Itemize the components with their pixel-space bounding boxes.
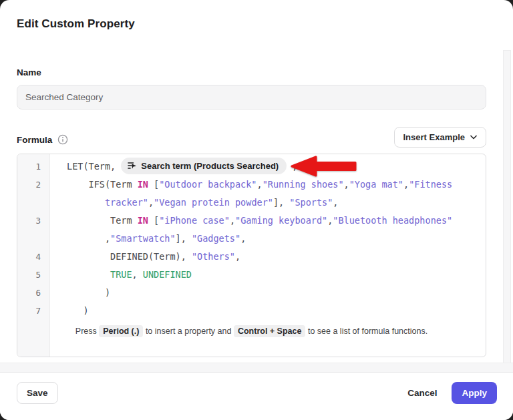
code-line-row: 6 ): [17, 284, 486, 302]
line-number: 4: [17, 248, 49, 266]
code-line-text: ): [49, 302, 89, 320]
code-line-row: tracker","Vegan protein powder"], "Sport…: [17, 194, 486, 212]
dialog-footer: Save Cancel Apply: [0, 373, 513, 420]
formula-label: Formula: [17, 135, 52, 145]
hint-suffix: to see a list of formula functions.: [305, 327, 428, 336]
name-label: Name: [17, 67, 41, 77]
code-line-row: ,"Smartwatch"], "Gadgets",: [17, 230, 486, 248]
code-line-row: 4 DEFINED(Term), "Others",: [17, 248, 486, 266]
hint-between: to insert a property and: [143, 327, 234, 336]
code-line-text: IFS(Term IN ["Outdoor backpack","Running…: [49, 176, 452, 194]
vertical-scrollbar[interactable]: [503, 50, 511, 372]
line-number: 7: [17, 302, 49, 320]
name-input[interactable]: [17, 85, 486, 110]
formula-label-row: Formula: [17, 134, 68, 145]
line-number: 1: [17, 158, 49, 176]
line-number: [17, 194, 49, 212]
code-line-text: LET(Term, Search term (Products Searched…: [49, 158, 297, 176]
code-line-text: DEFINED(Term), "Others",: [49, 248, 240, 266]
code-line-row: 5 TRUE, UNDEFINED: [17, 266, 486, 284]
line-number: 6: [17, 284, 49, 302]
edit-custom-property-dialog: Edit Custom Property Name Formula Insert…: [0, 0, 513, 420]
save-button[interactable]: Save: [17, 382, 58, 404]
dialog-title: Edit Custom Property: [17, 17, 135, 31]
kbd-control-space: Control + Space: [234, 325, 306, 337]
insert-example-button[interactable]: Insert Example: [394, 127, 487, 148]
code-line-row: 3 Term IN ["iPhone case","Gaming keyboar…: [17, 212, 486, 230]
footer-right-group: Cancel Apply: [407, 382, 497, 404]
insert-example-label: Insert Example: [403, 132, 466, 142]
horizontal-scrollbar[interactable]: [0, 363, 513, 373]
code-line-text: ): [49, 284, 110, 302]
line-number: 3: [17, 212, 49, 230]
code-line-text: Term IN ["iPhone case","Gaming keyboard"…: [49, 212, 452, 230]
line-number: [17, 230, 49, 248]
chevron-down-icon: [470, 135, 477, 140]
cancel-button[interactable]: Cancel: [407, 388, 437, 398]
hint-prefix: Press: [75, 327, 99, 336]
line-number: 2: [17, 176, 49, 194]
code-line-row: 2 IFS(Term IN ["Outdoor backpack","Runni…: [17, 176, 486, 194]
apply-button[interactable]: Apply: [452, 382, 497, 404]
formula-hint: Press Period (.) to insert a property an…: [17, 327, 486, 336]
code-line-text: tracker","Vegan protein powder"], "Sport…: [49, 194, 338, 212]
formula-editor-lines: 1LET(Term, Search term (Products Searche…: [17, 154, 486, 320]
info-icon[interactable]: [57, 134, 68, 145]
code-line-text: TRUE, UNDEFINED: [49, 266, 192, 284]
kbd-period: Period (.): [99, 325, 143, 337]
code-line-text: ,"Smartwatch"], "Gadgets",: [49, 230, 246, 248]
code-line-row: 7 ): [17, 302, 486, 320]
line-number: 5: [17, 266, 49, 284]
property-chip-label: Search term (Products Searched): [141, 157, 279, 175]
property-chip[interactable]: Search term (Products Searched): [121, 158, 287, 174]
code-line-row: 1LET(Term, Search term (Products Searche…: [17, 158, 486, 176]
event-icon: [128, 161, 137, 170]
